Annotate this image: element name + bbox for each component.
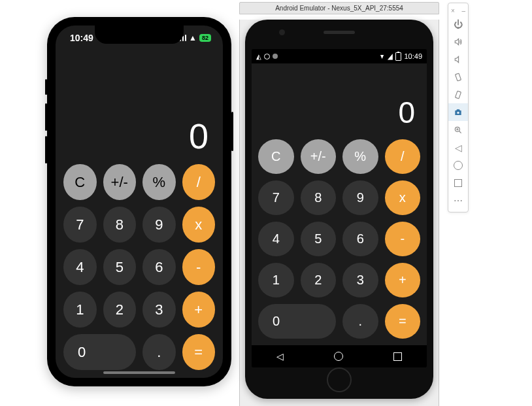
digit-6-button[interactable]: 6 xyxy=(342,222,378,256)
digit-9-button[interactable]: 9 xyxy=(342,180,378,215)
cellular-signal-icon: ◢ xyxy=(388,52,393,60)
equals-button[interactable]: = xyxy=(182,334,216,370)
wifi-icon: ▾ xyxy=(381,52,384,60)
equals-button[interactable]: = xyxy=(385,304,421,339)
digit-3-button[interactable]: 3 xyxy=(342,263,378,297)
plus-button[interactable]: + xyxy=(182,292,216,328)
plus-button[interactable]: + xyxy=(385,263,421,297)
android-screen: ◭ ▾ ◢ 10:49 0 xyxy=(252,49,427,367)
digit-2-button[interactable]: 2 xyxy=(103,292,137,328)
iphone-screen: 10:49 ▲︎ 82 0 C +/- % / 7 8 9 x xyxy=(56,25,223,378)
home-icon[interactable] xyxy=(448,156,468,174)
clear-button[interactable]: C xyxy=(63,164,97,200)
percent-button[interactable]: % xyxy=(342,139,378,174)
volume-down-icon[interactable] xyxy=(448,50,468,68)
divide-button[interactable]: / xyxy=(182,164,216,200)
multiply-button[interactable]: x xyxy=(385,180,421,215)
ios-home-indicator[interactable] xyxy=(103,371,175,374)
digit-7-button[interactable]: 7 xyxy=(63,207,97,243)
digit-0-button[interactable]: 0 xyxy=(63,334,136,370)
iphone-device: 10:49 ▲︎ 82 0 C +/- % / 7 8 9 x xyxy=(47,17,231,386)
status-dot-icon xyxy=(273,54,278,59)
close-icon[interactable]: × xyxy=(451,7,455,12)
earpiece-speaker xyxy=(324,31,355,34)
nav-home-button[interactable] xyxy=(334,352,343,361)
front-camera-icon xyxy=(279,29,285,35)
iphone-notch xyxy=(95,25,184,44)
digit-5-button[interactable]: 5 xyxy=(301,222,337,256)
emulator-title-bar[interactable]: Android Emulator - Nexus_5X_API_27:5554 xyxy=(239,2,439,14)
iphone-power-button xyxy=(231,112,233,151)
svg-rect-1 xyxy=(455,91,461,99)
calc-keypad: C +/- % / 7 8 9 x 4 5 6 - 1 xyxy=(252,133,427,345)
digit-0-button[interactable]: 0 xyxy=(258,304,336,339)
android-emulator-window: Android Emulator - Nexus_5X_API_27:5554 … xyxy=(239,2,439,406)
battery-icon: 82 xyxy=(199,34,211,42)
percent-button[interactable]: % xyxy=(142,164,176,200)
android-clock: 10:49 xyxy=(404,52,422,60)
digit-9-button[interactable]: 9 xyxy=(142,207,176,243)
camera-icon[interactable] xyxy=(448,103,468,121)
minus-button[interactable]: - xyxy=(182,249,216,285)
back-icon[interactable]: ◁ xyxy=(448,139,468,156)
pixel-home-ring xyxy=(245,367,433,392)
android-calculator-app: 0 C +/- % / 7 8 9 x 4 5 6 xyxy=(252,63,427,345)
nav-back-button[interactable]: ◁ xyxy=(276,351,284,362)
digit-6-button[interactable]: 6 xyxy=(142,249,176,285)
digit-4-button[interactable]: 4 xyxy=(63,249,97,285)
svg-line-4 xyxy=(459,131,461,133)
clear-button[interactable]: C xyxy=(258,139,294,174)
divide-button[interactable]: / xyxy=(385,139,421,174)
power-icon[interactable]: ⏻ xyxy=(448,15,468,33)
minimize-icon[interactable]: – xyxy=(461,7,465,12)
status-circle-icon xyxy=(264,54,270,59)
ios-calculator-app: 0 C +/- % / 7 8 9 x 4 5 6 - 1 2 3 xyxy=(56,118,223,378)
iphone-volume-up xyxy=(45,103,47,131)
expo-icon: ◭ xyxy=(256,53,261,60)
android-status-bar: ◭ ▾ ◢ 10:49 xyxy=(252,49,427,63)
wifi-icon: ▲︎ xyxy=(189,33,197,42)
sign-button[interactable]: +/- xyxy=(301,139,337,174)
iphone-volume-down xyxy=(45,136,47,163)
calc-display: 0 xyxy=(252,63,427,133)
decimal-button[interactable]: . xyxy=(142,334,176,370)
calc-keypad: C +/- % / 7 8 9 x 4 5 6 - 1 2 3 + 0 xyxy=(56,156,223,378)
pixel-device: ◭ ▾ ◢ 10:49 0 xyxy=(245,20,433,399)
svg-point-2 xyxy=(457,111,459,114)
calc-display: 0 xyxy=(56,118,223,156)
android-nav-bar: ◁ xyxy=(252,345,427,367)
digit-1-button[interactable]: 1 xyxy=(258,263,294,297)
emulator-toolbar: × – ⏻ ◁ ⋯ xyxy=(448,3,469,212)
digit-4-button[interactable]: 4 xyxy=(258,222,294,256)
digit-8-button[interactable]: 8 xyxy=(103,207,137,243)
sign-button[interactable]: +/- xyxy=(103,164,137,200)
digit-2-button[interactable]: 2 xyxy=(301,263,337,297)
overview-icon[interactable] xyxy=(448,174,468,192)
volume-up-icon[interactable] xyxy=(448,33,468,50)
zoom-in-icon[interactable] xyxy=(448,121,468,139)
digit-1-button[interactable]: 1 xyxy=(63,292,97,328)
digit-8-button[interactable]: 8 xyxy=(301,180,337,215)
multiply-button[interactable]: x xyxy=(182,207,216,243)
rotate-left-icon[interactable] xyxy=(448,68,468,86)
digit-3-button[interactable]: 3 xyxy=(142,292,176,328)
iphone-mute-switch xyxy=(45,79,47,95)
window-controls: × – xyxy=(448,6,468,15)
minus-button[interactable]: - xyxy=(385,222,421,256)
ios-clock: 10:49 xyxy=(70,33,93,43)
decimal-button[interactable]: . xyxy=(342,304,378,339)
battery-icon xyxy=(395,52,401,61)
svg-rect-0 xyxy=(455,73,461,81)
nav-overview-button[interactable] xyxy=(393,352,402,361)
digit-5-button[interactable]: 5 xyxy=(103,249,137,285)
digit-7-button[interactable]: 7 xyxy=(258,180,294,215)
rotate-right-icon[interactable] xyxy=(448,86,468,103)
more-icon[interactable]: ⋯ xyxy=(448,192,468,209)
